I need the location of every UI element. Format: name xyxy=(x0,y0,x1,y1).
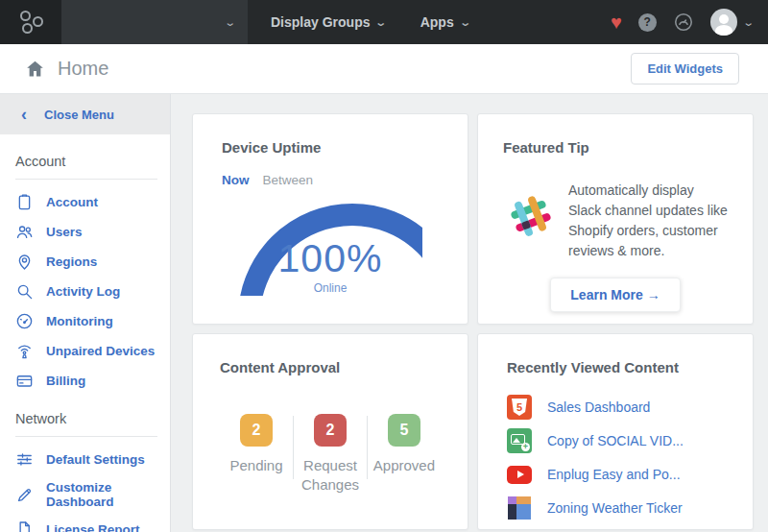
youtube-icon xyxy=(507,462,532,487)
sidebar-item-label: Customize Dashboard xyxy=(46,480,170,509)
slack-icon xyxy=(502,187,559,244)
sidebar-item-label: Regions xyxy=(46,254,97,269)
stat-pending[interactable]: 2 Pending xyxy=(220,414,293,475)
home-icon xyxy=(25,59,45,79)
topbar-actions: ♥ ? ⌄ xyxy=(611,9,768,36)
color-grid-icon xyxy=(507,496,532,520)
recent-item-enplug-video[interactable]: Enplug Easy and Po... xyxy=(507,462,724,487)
image-plus-icon: + xyxy=(507,428,532,453)
stat-request-changes[interactable]: 2 Request Changes xyxy=(294,414,367,494)
section-title: Account xyxy=(15,154,170,169)
nav-display-groups-label: Display Groups xyxy=(271,14,370,30)
tip-body-text: Automatically display Slack channel upda… xyxy=(568,181,728,261)
card-title: Recently Viewed Content xyxy=(507,359,724,375)
card-title: Featured Tip xyxy=(503,139,728,156)
sidebar-item-label: Account xyxy=(46,195,98,209)
sidebar-item-label: Default Settings xyxy=(46,452,145,467)
divider xyxy=(15,179,157,180)
uptime-gauge: 100% Online xyxy=(238,204,422,296)
tab-between[interactable]: Between xyxy=(263,173,314,187)
app-logo[interactable] xyxy=(0,0,61,44)
map-pin-icon xyxy=(15,253,34,271)
page-title: Home xyxy=(58,58,108,80)
approval-stats: 2 Pending 2 Request Changes 5 Approved xyxy=(220,414,441,494)
user-menu[interactable]: ⌄ xyxy=(710,9,753,36)
close-menu-button[interactable]: ‹ Close Menu xyxy=(0,94,170,134)
display-group-selector[interactable]: ⌄ xyxy=(61,0,248,44)
chevron-down-icon: ⌄ xyxy=(459,17,471,28)
edit-widgets-button[interactable]: Edit Widgets xyxy=(631,53,739,85)
sidebar-item-regions[interactable]: Regions xyxy=(15,253,170,271)
sidebar-item-billing[interactable]: Billing xyxy=(15,372,170,390)
sidebar-item-monitoring[interactable]: Monitoring xyxy=(15,312,170,330)
sidebar-item-label: Billing xyxy=(46,374,85,388)
uptime-label: Online xyxy=(238,281,422,295)
gauge-icon xyxy=(15,312,34,330)
stat-label: Pending xyxy=(229,456,282,475)
sidebar-section-network: Network Default Settings Customize Dashb… xyxy=(0,405,170,532)
divider xyxy=(15,436,157,437)
support-icon[interactable] xyxy=(673,12,694,33)
html5-icon: 5 xyxy=(507,395,532,420)
request-changes-count-badge: 2 xyxy=(314,414,347,447)
card-title: Device Uptime xyxy=(222,139,439,156)
recent-item-sales-dashboard[interactable]: 5 Sales Dashboard xyxy=(507,395,724,420)
sidebar-item-users[interactable]: Users xyxy=(15,223,170,241)
chevron-down-icon: ⌄ xyxy=(742,17,755,28)
uptime-tabs: Now Between xyxy=(222,173,439,187)
sidebar: ‹ Close Menu Account Account Users Regio… xyxy=(0,94,171,532)
content-approval-card: Content Approval 2 Pending 2 Request Cha… xyxy=(192,333,468,530)
sidebar-item-label: Users xyxy=(46,225,83,239)
device-uptime-card: Device Uptime Now Between 100% Online xyxy=(192,113,468,325)
sidebar-item-customize-dashboard[interactable]: Customize Dashboard xyxy=(15,480,170,509)
sidebar-item-account[interactable]: Account xyxy=(15,193,170,211)
chevron-left-icon: ‹ xyxy=(21,106,27,123)
main-content: Device Uptime Now Between 100% Online xyxy=(171,94,768,532)
approved-count-badge: 5 xyxy=(388,414,420,447)
sidebar-item-label: License Report xyxy=(46,522,140,532)
pen-icon xyxy=(15,486,34,504)
document-icon xyxy=(15,520,34,532)
recent-item-social-video[interactable]: + Copy of SOCIAL VID... xyxy=(507,428,724,453)
recent-item-link: Sales Dashboard xyxy=(547,399,650,415)
nav-apps-label: Apps xyxy=(420,14,454,30)
learn-more-button[interactable]: Learn More → xyxy=(550,278,680,312)
enplug-logo-icon xyxy=(18,11,43,34)
stat-approved[interactable]: 5 Approved xyxy=(368,414,441,475)
recent-item-link: Copy of SOCIAL VID... xyxy=(547,433,684,448)
sidebar-section-account: Account Account Users Regions Activity L… xyxy=(0,134,170,405)
sliders-icon xyxy=(15,450,34,469)
stat-label: Approved xyxy=(373,456,435,475)
wifi-device-icon xyxy=(15,342,34,360)
sidebar-item-default-settings[interactable]: Default Settings xyxy=(15,450,170,469)
credit-card-icon xyxy=(15,372,34,390)
magnifier-icon xyxy=(15,282,34,301)
tab-now[interactable]: Now xyxy=(222,173,250,187)
uptime-value: 100% xyxy=(238,239,422,278)
sidebar-item-license-report[interactable]: License Report xyxy=(15,520,170,532)
sidebar-item-unpaired-devices[interactable]: Unpaired Devices xyxy=(15,342,170,360)
avatar xyxy=(710,9,737,36)
nav-apps[interactable]: Apps ⌄ xyxy=(420,14,469,30)
pending-count-badge: 2 xyxy=(240,414,273,447)
card-title: Content Approval xyxy=(220,359,441,375)
heart-icon[interactable]: ♥ xyxy=(611,12,622,32)
section-title: Network xyxy=(15,411,170,426)
close-menu-label: Close Menu xyxy=(44,108,114,122)
clipboard-icon xyxy=(15,193,34,211)
featured-tip-card: Featured Tip Automatically display Slack… xyxy=(477,113,754,325)
users-icon xyxy=(15,223,34,241)
top-nav: Display Groups ⌄ Apps ⌄ xyxy=(271,14,469,30)
recent-item-zoning-weather[interactable]: Zoning Weather Ticker xyxy=(507,496,724,520)
nav-display-groups[interactable]: Display Groups ⌄ xyxy=(271,14,386,30)
stat-label: Request Changes xyxy=(294,456,367,494)
chevron-down-icon: ⌄ xyxy=(224,17,236,28)
recent-item-link: Enplug Easy and Po... xyxy=(547,467,681,482)
help-icon[interactable]: ? xyxy=(638,13,657,32)
sidebar-item-activity-log[interactable]: Activity Log xyxy=(15,282,170,301)
chevron-down-icon: ⌄ xyxy=(375,17,388,28)
top-bar: ⌄ Display Groups ⌄ Apps ⌄ ♥ ? ⌄ xyxy=(0,0,768,44)
sidebar-item-label: Monitoring xyxy=(46,314,113,328)
recent-item-link: Zoning Weather Ticker xyxy=(547,500,683,516)
recently-viewed-card: Recently Viewed Content 5 Sales Dashboar… xyxy=(477,333,754,530)
